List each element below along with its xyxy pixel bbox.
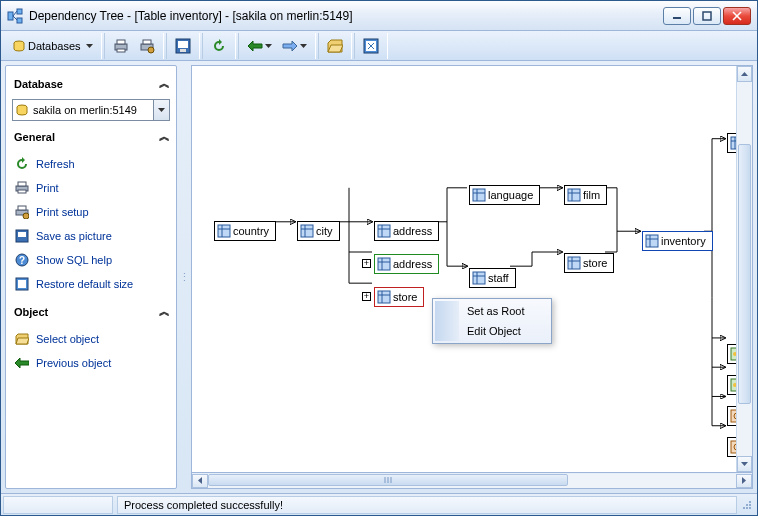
scroll-thumb[interactable] — [208, 474, 568, 486]
menu-set-as-root[interactable]: Set as Root — [435, 301, 549, 321]
expand-toggle[interactable]: + — [362, 259, 371, 268]
scroll-thumb[interactable] — [738, 144, 751, 404]
horizontal-scrollbar[interactable] — [191, 473, 753, 489]
select-object-button[interactable] — [323, 35, 347, 57]
refresh-link[interactable]: Refresh — [12, 154, 170, 174]
svg-point-130 — [749, 507, 751, 509]
databases-dropdown[interactable]: Databases — [9, 35, 97, 57]
select-object-link[interactable]: Select object — [12, 329, 170, 349]
save-picture-link[interactable]: Save as picture — [12, 226, 170, 246]
svg-rect-29 — [18, 232, 26, 237]
section-object[interactable]: Object ︽ — [12, 300, 170, 323]
table-icon — [643, 232, 661, 250]
node-film[interactable]: film — [564, 185, 607, 205]
previous-object-link[interactable]: Previous object — [12, 353, 170, 373]
svg-rect-6 — [703, 12, 711, 20]
collapse-icon: ︽ — [159, 304, 168, 319]
table-icon — [565, 254, 583, 272]
previous-object-button[interactable] — [243, 35, 276, 57]
diagram-canvas[interactable]: country city address address + store + l… — [191, 65, 753, 473]
expand-toggle[interactable]: + — [362, 292, 371, 301]
node-staff[interactable]: staff — [469, 268, 516, 288]
window-buttons — [663, 7, 751, 25]
node-inventory[interactable]: inventory — [642, 231, 713, 251]
svg-rect-84 — [473, 189, 485, 201]
svg-rect-0 — [8, 12, 13, 20]
close-button[interactable] — [723, 7, 751, 25]
svg-rect-14 — [143, 40, 151, 44]
node-address[interactable]: address — [374, 221, 439, 241]
table-icon — [375, 222, 393, 240]
svg-rect-11 — [117, 40, 125, 44]
table-icon — [215, 222, 233, 240]
print-setup-icon — [14, 204, 30, 220]
window-title: Dependency Tree - [Table inventory] - [s… — [29, 9, 663, 23]
svg-rect-81 — [378, 291, 390, 303]
print-setup-link[interactable]: Print setup — [12, 202, 170, 222]
node-city[interactable]: city — [297, 221, 340, 241]
table-icon — [565, 186, 583, 204]
table-icon — [298, 222, 316, 240]
svg-rect-69 — [218, 225, 230, 237]
svg-rect-87 — [473, 272, 485, 284]
app-icon — [7, 8, 23, 24]
svg-rect-72 — [301, 225, 313, 237]
menu-edit-object[interactable]: Edit Object — [435, 321, 549, 341]
table-icon — [375, 255, 393, 273]
help-icon: ? — [14, 252, 30, 268]
collapse-icon: ︽ — [159, 129, 168, 144]
restore-icon — [14, 276, 30, 292]
svg-rect-24 — [18, 190, 26, 193]
restore-size-link[interactable]: Restore default size — [12, 274, 170, 294]
toolbar: Databases — [1, 31, 757, 61]
app-window: Dependency Tree - [Table inventory] - [s… — [0, 0, 758, 516]
dropdown-icon[interactable] — [153, 100, 169, 120]
print-setup-button[interactable] — [135, 35, 159, 57]
svg-rect-26 — [18, 206, 26, 210]
svg-rect-1 — [17, 9, 22, 14]
node-country[interactable]: country — [214, 221, 276, 241]
restore-size-button[interactable] — [359, 35, 383, 57]
svg-rect-90 — [568, 189, 580, 201]
resize-grip-icon[interactable] — [739, 497, 755, 513]
svg-point-15 — [148, 47, 154, 53]
print-button[interactable] — [109, 35, 133, 57]
node-store[interactable]: store — [564, 253, 614, 273]
svg-point-128 — [743, 507, 745, 509]
refresh-icon — [14, 156, 30, 172]
section-general[interactable]: General ︽ — [12, 125, 170, 148]
save-picture-button[interactable] — [171, 35, 195, 57]
diagram: country city address address + store + l… — [192, 66, 752, 472]
sidebar: Database ︽ sakila on merlin:5149 General… — [5, 65, 177, 489]
arrow-left-icon — [14, 355, 30, 371]
svg-rect-96 — [646, 235, 658, 247]
scroll-right-button[interactable] — [736, 474, 752, 488]
scroll-up-button[interactable] — [737, 66, 752, 82]
print-link[interactable]: Print — [12, 178, 170, 198]
node-address-2[interactable]: address — [374, 254, 439, 274]
database-selector[interactable]: sakila on merlin:5149 — [12, 99, 170, 121]
sql-help-link[interactable]: ? Show SQL help — [12, 250, 170, 270]
section-database[interactable]: Database ︽ — [12, 72, 170, 95]
next-object-button[interactable] — [278, 35, 311, 57]
minimize-button[interactable] — [663, 7, 691, 25]
table-icon — [470, 186, 488, 204]
svg-rect-33 — [18, 280, 26, 288]
node-language[interactable]: language — [469, 185, 540, 205]
object-links: Select object Previous object — [12, 327, 170, 375]
maximize-button[interactable] — [693, 7, 721, 25]
scroll-left-button[interactable] — [192, 474, 208, 488]
context-menu: Set as Root Edit Object — [432, 298, 552, 344]
svg-point-27 — [23, 213, 29, 219]
svg-point-125 — [749, 501, 751, 503]
scroll-down-button[interactable] — [737, 456, 752, 472]
splitter[interactable]: ⋮ — [181, 65, 187, 489]
table-icon — [375, 288, 393, 306]
refresh-button[interactable] — [207, 35, 231, 57]
node-store-2[interactable]: store — [374, 287, 424, 307]
statusbar: Process completed successfully! — [1, 493, 757, 515]
vertical-scrollbar[interactable] — [736, 66, 752, 472]
body: Database ︽ sakila on merlin:5149 General… — [1, 61, 757, 493]
svg-rect-2 — [17, 18, 22, 23]
svg-line-3 — [13, 11, 17, 16]
